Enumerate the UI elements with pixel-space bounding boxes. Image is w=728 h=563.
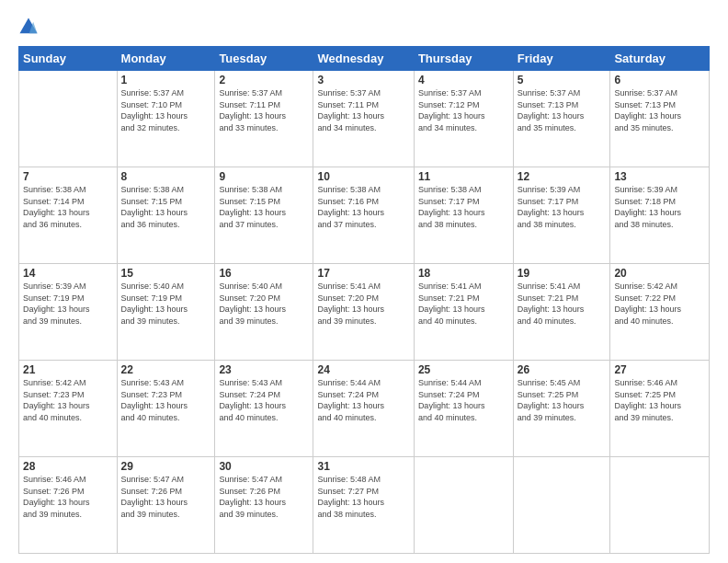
day-number: 13 <box>614 170 705 183</box>
day-number: 16 <box>219 267 309 280</box>
day-info: Sunrise: 5:39 AM Sunset: 7:18 PM Dayligh… <box>614 184 705 230</box>
day-info: Sunrise: 5:37 AM Sunset: 7:12 PM Dayligh… <box>418 87 509 133</box>
day-info: Sunrise: 5:37 AM Sunset: 7:11 PM Dayligh… <box>317 87 409 133</box>
day-number: 24 <box>317 363 409 376</box>
day-info: Sunrise: 5:41 AM Sunset: 7:20 PM Dayligh… <box>317 281 409 327</box>
day-info: Sunrise: 5:38 AM Sunset: 7:15 PM Dayligh… <box>121 184 211 230</box>
calendar-cell: 29Sunrise: 5:47 AM Sunset: 7:26 PM Dayli… <box>117 457 215 554</box>
day-number: 30 <box>219 460 309 473</box>
day-header-thursday: Thursday <box>414 47 513 71</box>
day-info: Sunrise: 5:40 AM Sunset: 7:20 PM Dayligh… <box>219 281 309 327</box>
day-info: Sunrise: 5:38 AM Sunset: 7:16 PM Dayligh… <box>317 184 409 230</box>
calendar-cell: 4Sunrise: 5:37 AM Sunset: 7:12 PM Daylig… <box>414 71 513 167</box>
header <box>18 17 710 37</box>
day-info: Sunrise: 5:43 AM Sunset: 7:23 PM Dayligh… <box>121 377 211 423</box>
day-number: 21 <box>23 363 113 376</box>
calendar-cell: 20Sunrise: 5:42 AM Sunset: 7:22 PM Dayli… <box>610 264 710 361</box>
week-row-2: 7Sunrise: 5:38 AM Sunset: 7:14 PM Daylig… <box>19 167 710 264</box>
day-info: Sunrise: 5:40 AM Sunset: 7:19 PM Dayligh… <box>121 281 211 327</box>
logo-icon <box>18 17 39 37</box>
calendar-cell: 1Sunrise: 5:37 AM Sunset: 7:10 PM Daylig… <box>117 71 215 167</box>
day-info: Sunrise: 5:44 AM Sunset: 7:24 PM Dayligh… <box>317 377 409 423</box>
week-row-3: 14Sunrise: 5:39 AM Sunset: 7:19 PM Dayli… <box>19 264 710 361</box>
day-info: Sunrise: 5:47 AM Sunset: 7:26 PM Dayligh… <box>121 474 211 520</box>
week-row-1: 1Sunrise: 5:37 AM Sunset: 7:10 PM Daylig… <box>19 71 710 167</box>
calendar-cell: 22Sunrise: 5:43 AM Sunset: 7:23 PM Dayli… <box>117 361 215 457</box>
calendar-cell: 13Sunrise: 5:39 AM Sunset: 7:18 PM Dayli… <box>610 167 710 264</box>
calendar-cell: 16Sunrise: 5:40 AM Sunset: 7:20 PM Dayli… <box>215 264 313 361</box>
logo <box>18 17 42 37</box>
calendar-cell <box>19 71 118 167</box>
calendar-cell: 14Sunrise: 5:39 AM Sunset: 7:19 PM Dayli… <box>19 264 118 361</box>
day-number: 4 <box>418 74 509 86</box>
day-header-tuesday: Tuesday <box>215 47 313 71</box>
day-number: 12 <box>518 170 607 183</box>
day-header-monday: Monday <box>117 47 215 71</box>
calendar-cell: 2Sunrise: 5:37 AM Sunset: 7:11 PM Daylig… <box>215 71 313 167</box>
calendar-cell: 28Sunrise: 5:46 AM Sunset: 7:26 PM Dayli… <box>19 457 118 554</box>
day-number: 27 <box>614 363 705 376</box>
week-row-4: 21Sunrise: 5:42 AM Sunset: 7:23 PM Dayli… <box>19 361 710 457</box>
calendar-cell: 21Sunrise: 5:42 AM Sunset: 7:23 PM Dayli… <box>19 361 118 457</box>
day-number: 7 <box>23 170 113 183</box>
day-number: 28 <box>23 460 113 473</box>
calendar-cell <box>610 457 710 554</box>
day-info: Sunrise: 5:47 AM Sunset: 7:26 PM Dayligh… <box>219 474 309 520</box>
day-info: Sunrise: 5:43 AM Sunset: 7:24 PM Dayligh… <box>219 377 309 423</box>
calendar-cell <box>513 457 610 554</box>
day-number: 15 <box>121 267 211 280</box>
day-info: Sunrise: 5:37 AM Sunset: 7:13 PM Dayligh… <box>614 87 705 133</box>
day-info: Sunrise: 5:42 AM Sunset: 7:23 PM Dayligh… <box>23 377 113 423</box>
day-info: Sunrise: 5:45 AM Sunset: 7:25 PM Dayligh… <box>518 377 607 423</box>
day-number: 8 <box>121 170 211 183</box>
day-info: Sunrise: 5:38 AM Sunset: 7:14 PM Dayligh… <box>23 184 113 230</box>
calendar-cell: 12Sunrise: 5:39 AM Sunset: 7:17 PM Dayli… <box>513 167 610 264</box>
calendar-cell: 15Sunrise: 5:40 AM Sunset: 7:19 PM Dayli… <box>117 264 215 361</box>
calendar-cell: 17Sunrise: 5:41 AM Sunset: 7:20 PM Dayli… <box>313 264 414 361</box>
day-info: Sunrise: 5:37 AM Sunset: 7:13 PM Dayligh… <box>518 87 607 133</box>
day-info: Sunrise: 5:38 AM Sunset: 7:17 PM Dayligh… <box>418 184 509 230</box>
day-info: Sunrise: 5:39 AM Sunset: 7:17 PM Dayligh… <box>518 184 607 230</box>
day-number: 18 <box>418 267 509 280</box>
day-number: 10 <box>317 170 409 183</box>
day-headers-row: SundayMondayTuesdayWednesdayThursdayFrid… <box>19 47 710 71</box>
day-info: Sunrise: 5:37 AM Sunset: 7:11 PM Dayligh… <box>219 87 309 133</box>
calendar-cell: 26Sunrise: 5:45 AM Sunset: 7:25 PM Dayli… <box>513 361 610 457</box>
day-info: Sunrise: 5:46 AM Sunset: 7:25 PM Dayligh… <box>614 377 705 423</box>
day-number: 14 <box>23 267 113 280</box>
calendar-cell: 8Sunrise: 5:38 AM Sunset: 7:15 PM Daylig… <box>117 167 215 264</box>
day-number: 19 <box>518 267 607 280</box>
day-number: 23 <box>219 363 309 376</box>
day-number: 29 <box>121 460 211 473</box>
calendar-cell: 5Sunrise: 5:37 AM Sunset: 7:13 PM Daylig… <box>513 71 610 167</box>
day-header-wednesday: Wednesday <box>313 47 414 71</box>
day-header-friday: Friday <box>513 47 610 71</box>
calendar-cell <box>414 457 513 554</box>
calendar-cell: 30Sunrise: 5:47 AM Sunset: 7:26 PM Dayli… <box>215 457 313 554</box>
calendar-cell: 7Sunrise: 5:38 AM Sunset: 7:14 PM Daylig… <box>19 167 118 264</box>
day-number: 31 <box>317 460 409 473</box>
day-number: 3 <box>317 74 409 86</box>
day-number: 22 <box>121 363 211 376</box>
calendar-cell: 18Sunrise: 5:41 AM Sunset: 7:21 PM Dayli… <box>414 264 513 361</box>
day-info: Sunrise: 5:44 AM Sunset: 7:24 PM Dayligh… <box>418 377 509 423</box>
day-number: 20 <box>614 267 705 280</box>
day-number: 25 <box>418 363 509 376</box>
day-info: Sunrise: 5:41 AM Sunset: 7:21 PM Dayligh… <box>518 281 607 327</box>
day-info: Sunrise: 5:37 AM Sunset: 7:10 PM Dayligh… <box>121 87 211 133</box>
calendar-cell: 24Sunrise: 5:44 AM Sunset: 7:24 PM Dayli… <box>313 361 414 457</box>
calendar-cell: 11Sunrise: 5:38 AM Sunset: 7:17 PM Dayli… <box>414 167 513 264</box>
page: SundayMondayTuesdayWednesdayThursdayFrid… <box>0 0 728 563</box>
calendar-cell: 23Sunrise: 5:43 AM Sunset: 7:24 PM Dayli… <box>215 361 313 457</box>
calendar-cell: 9Sunrise: 5:38 AM Sunset: 7:15 PM Daylig… <box>215 167 313 264</box>
day-number: 5 <box>518 74 607 86</box>
day-number: 2 <box>219 74 309 86</box>
day-info: Sunrise: 5:48 AM Sunset: 7:27 PM Dayligh… <box>317 474 409 520</box>
calendar-header: SundayMondayTuesdayWednesdayThursdayFrid… <box>19 47 710 71</box>
day-info: Sunrise: 5:42 AM Sunset: 7:22 PM Dayligh… <box>614 281 705 327</box>
day-number: 26 <box>518 363 607 376</box>
day-number: 1 <box>121 74 211 86</box>
day-info: Sunrise: 5:41 AM Sunset: 7:21 PM Dayligh… <box>418 281 509 327</box>
calendar: SundayMondayTuesdayWednesdayThursdayFrid… <box>18 46 710 554</box>
day-number: 6 <box>614 74 705 86</box>
